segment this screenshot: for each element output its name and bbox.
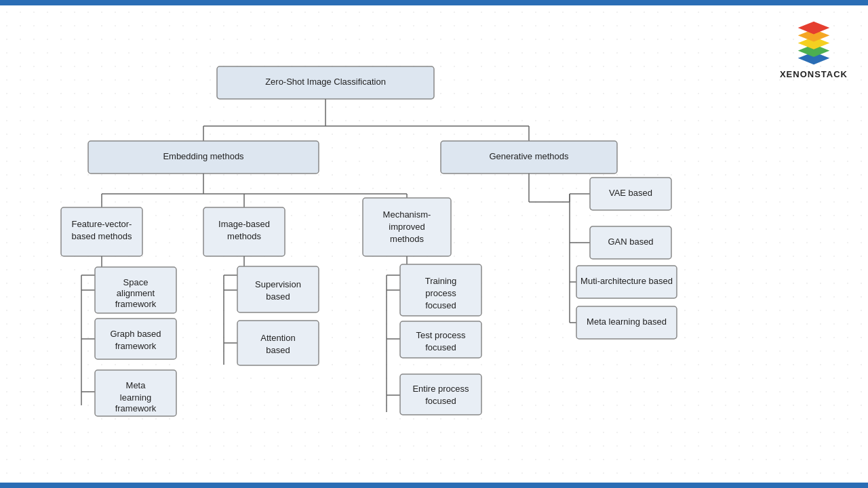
training-process-label: Training <box>425 276 456 286</box>
space-alignment-label2: alignment <box>117 288 155 298</box>
generative-methods-label: Generative methods <box>489 151 569 161</box>
diagram-svg: .box { fill: #dde6f0; stroke: #888; stro… <box>20 26 685 460</box>
embedding-methods-label: Embedding methods <box>163 151 244 161</box>
image-based-label: Image-based <box>218 219 270 229</box>
meta-learning-embed-label2: learning <box>120 392 151 403</box>
mechanism-label: Mechanism- <box>383 209 431 220</box>
entire-process-node <box>400 374 481 415</box>
entire-process-label: Entire process <box>412 384 469 394</box>
graph-based-label2: framework <box>115 341 157 351</box>
logo-area: XENONSTACK <box>780 19 848 79</box>
training-process-label2: process <box>425 288 456 298</box>
diagram-container: .box { fill: #dde6f0; stroke: #888; stro… <box>20 26 732 469</box>
bottom-bar <box>0 483 868 488</box>
root-label: Zero-Shot Image Classification <box>265 77 386 87</box>
mechanism-label3: methods <box>390 234 424 244</box>
training-process-label3: focused <box>425 300 456 310</box>
multi-arch-label: Muti-architecture based <box>580 276 673 286</box>
image-based-label2: methods <box>227 231 261 241</box>
attention-based-label: Attention <box>260 333 295 343</box>
svg-marker-4 <box>798 22 830 35</box>
top-bar <box>0 0 868 5</box>
vae-based-label: VAE based <box>609 188 652 198</box>
main-content: XENONSTACK .box { fill: #dde6f0; stroke:… <box>0 5 868 483</box>
entire-process-label2: focused <box>425 396 456 406</box>
attention-based-label2: based <box>266 345 290 355</box>
test-process-label2: focused <box>425 342 456 352</box>
feature-vector-label: Feature-vector- <box>72 219 132 229</box>
logo-text: XENONSTACK <box>780 69 848 79</box>
graph-based-label: Graph based <box>110 329 161 339</box>
test-process-label: Test process <box>416 330 466 340</box>
meta-learning-generative-label: Meta learning based <box>587 317 667 327</box>
meta-learning-embed-label3: framework <box>115 403 157 413</box>
supervision-based-label2: based <box>266 291 290 302</box>
space-alignment-label: Space <box>123 277 149 287</box>
space-alignment-label3: framework <box>115 299 157 309</box>
gan-based-label: GAN based <box>608 237 653 247</box>
supervision-based-label: Supervision <box>255 279 301 289</box>
xenonstack-logo-icon <box>790 19 837 66</box>
feature-vector-label2: based methods <box>72 231 132 241</box>
mechanism-label2: improved <box>389 222 425 232</box>
meta-learning-embed-label: Meta <box>126 380 146 390</box>
